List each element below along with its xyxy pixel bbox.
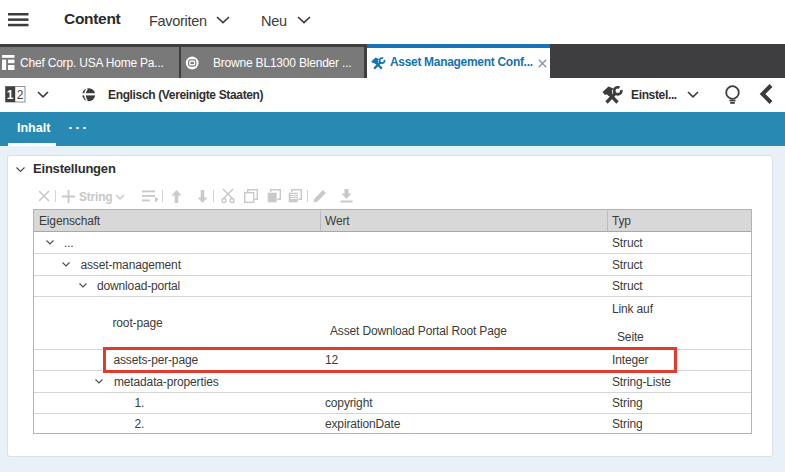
svg-text:2: 2	[17, 88, 24, 102]
svg-text:1: 1	[7, 88, 14, 102]
